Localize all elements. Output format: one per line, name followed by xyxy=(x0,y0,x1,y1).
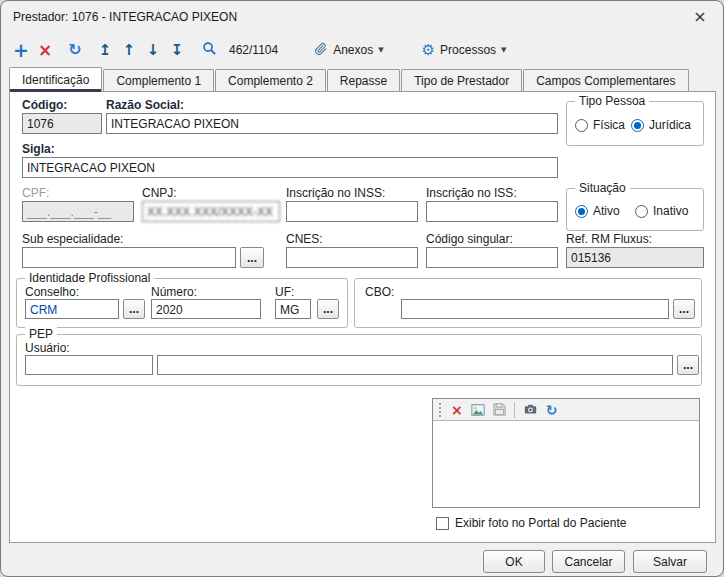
close-icon: × xyxy=(693,9,706,25)
anexos-label: Anexos xyxy=(333,43,373,57)
cbo-field[interactable] xyxy=(401,299,669,319)
search-button[interactable] xyxy=(197,37,221,63)
photo-widget: × ↻ xyxy=(432,398,700,508)
sub-especialidade-field[interactable] xyxy=(22,247,236,268)
radio-juridica-label: Jurídica xyxy=(649,118,691,132)
sub-especialidade-lookup-button[interactable]: ... xyxy=(240,247,264,268)
tab-campos-complementares[interactable]: Campos Complementares xyxy=(523,69,688,91)
codigo-singular-field[interactable] xyxy=(426,247,558,268)
pep-title: PEP xyxy=(25,327,57,341)
prestador-dialog: Prestador: 1076 - INTEGRACAO PIXEON × + … xyxy=(0,0,724,577)
radio-ativo[interactable]: Ativo xyxy=(575,204,620,218)
anexos-dropdown-button[interactable]: Anexos ▼ xyxy=(306,37,391,63)
cbo-label: CBO: xyxy=(365,285,394,299)
toolbar-grip-handle[interactable] xyxy=(439,403,441,417)
chevron-down-icon: ▼ xyxy=(501,46,506,54)
cnes-label: CNES: xyxy=(286,232,323,246)
exibir-foto-checkbox-row[interactable]: Exibir foto no Portal do Paciente xyxy=(436,516,626,530)
window-title: Prestador: 1076 - INTEGRACAO PIXEON xyxy=(1,10,677,24)
numero-field[interactable]: 2020 xyxy=(151,299,261,319)
title-bar: Prestador: 1076 - INTEGRACAO PIXEON × xyxy=(1,1,723,33)
sigla-field[interactable]: INTEGRACAO PIXEON xyxy=(22,157,558,178)
cnes-field[interactable] xyxy=(286,247,418,268)
inscricao-inss-field[interactable] xyxy=(286,201,418,222)
photo-delete-button[interactable]: × xyxy=(451,402,463,418)
situacao-title: Situação xyxy=(575,181,630,195)
last-record-button[interactable]: ↧ xyxy=(165,37,189,63)
chevron-down-icon: ▼ xyxy=(378,46,383,54)
photo-open-button[interactable] xyxy=(471,403,485,417)
radio-inativo[interactable]: Inativo xyxy=(635,204,688,218)
ref-rm-fluxus-field[interactable]: 015136 xyxy=(566,247,704,268)
usuario-name-field[interactable] xyxy=(157,355,673,375)
razao-social-field[interactable]: INTEGRACAO PIXEON xyxy=(106,113,558,134)
identidade-profissional-groupbox: Identidade Profissional Conselho: Número… xyxy=(16,278,348,328)
ref-rm-fluxus-label: Ref. RM Fluxus: xyxy=(566,232,652,246)
delete-record-button[interactable]: × xyxy=(33,37,57,63)
processos-dropdown-button[interactable]: ⚙ Processos ▼ xyxy=(414,37,515,63)
close-button[interactable]: × xyxy=(677,1,723,33)
cbo-lookup-button[interactable]: ... xyxy=(673,299,695,319)
tipo-pessoa-groupbox: Tipo Pessoa Física Jurídica xyxy=(566,101,704,146)
add-record-button[interactable]: + xyxy=(9,37,33,63)
usuario-code-field[interactable] xyxy=(25,355,153,375)
camera-capture-button[interactable] xyxy=(523,403,538,416)
radio-fisica-label: Física xyxy=(593,118,625,132)
search-icon xyxy=(202,41,217,59)
tab-repasse[interactable]: Repasse xyxy=(327,69,400,91)
refresh-button[interactable]: ↻ xyxy=(63,37,87,63)
radio-fisica-circle xyxy=(575,119,588,132)
codigo-singular-label: Código singular: xyxy=(426,232,513,246)
uf-field[interactable]: MG xyxy=(275,299,311,319)
cnpj-field[interactable]: XX.XXX.XXX/XXXX-XX xyxy=(142,201,280,222)
conselho-lookup-button[interactable]: ... xyxy=(123,299,145,319)
save-button[interactable]: Salvar xyxy=(633,550,707,573)
paperclip-icon xyxy=(314,42,328,59)
arrow-last-icon: ↧ xyxy=(171,43,184,58)
uf-label: UF: xyxy=(275,285,294,299)
radio-fisica[interactable]: Física xyxy=(575,118,625,132)
radio-juridica-circle xyxy=(631,119,644,132)
radio-juridica[interactable]: Jurídica xyxy=(631,118,691,132)
tab-strip: Identificação Complemento 1 Complemento … xyxy=(9,67,690,91)
first-record-button[interactable]: ↥ xyxy=(93,37,117,63)
tab-complemento-2[interactable]: Complemento 2 xyxy=(215,69,326,91)
tab-identificacao[interactable]: Identificação xyxy=(9,67,102,92)
processos-label: Processos xyxy=(440,43,496,57)
inscricao-inss-label: Inscrição no INSS: xyxy=(286,186,385,200)
ok-button[interactable]: OK xyxy=(483,550,545,573)
cnpj-label: CNPJ: xyxy=(142,186,177,200)
sub-especialidade-label: Sub especialidade: xyxy=(22,232,123,246)
record-toolbar: + × ↻ ↥ ↑ ↓ ↧ 462/1104 Anexos ▼ ⚙ Proces… xyxy=(1,33,723,67)
radio-inativo-circle xyxy=(635,205,648,218)
arrow-first-icon: ↥ xyxy=(99,43,112,58)
conselho-label: Conselho: xyxy=(25,285,79,299)
exibir-foto-checkbox[interactable] xyxy=(436,517,449,530)
arrow-up-icon: ↑ xyxy=(123,43,136,58)
tab-tipo-de-prestador[interactable]: Tipo de Prestador xyxy=(401,69,522,91)
uf-lookup-button[interactable]: ... xyxy=(317,299,339,319)
conselho-field[interactable]: CRM xyxy=(25,299,119,319)
identificacao-panel: Código: Razão Social: 1076 INTEGRACAO PI… xyxy=(9,91,716,543)
tab-complemento-1[interactable]: Complemento 1 xyxy=(103,69,214,91)
radio-inativo-label: Inativo xyxy=(653,204,688,218)
arrow-down-icon: ↓ xyxy=(147,43,160,58)
razao-social-label: Razão Social: xyxy=(106,98,184,112)
radio-ativo-circle xyxy=(575,205,588,218)
cpf-label: CPF: xyxy=(22,186,49,200)
tipo-pessoa-title: Tipo Pessoa xyxy=(575,94,649,108)
codigo-field[interactable]: 1076 xyxy=(22,113,102,134)
photo-toolbar-separator xyxy=(514,402,515,418)
cpf-field[interactable]: ___.___.___-__ xyxy=(22,201,134,222)
inscricao-iss-field[interactable] xyxy=(426,201,558,222)
photo-toolbar: × ↻ xyxy=(433,399,699,421)
cancel-button[interactable]: Cancelar xyxy=(552,550,625,573)
next-record-button[interactable]: ↓ xyxy=(141,37,165,63)
previous-record-button[interactable]: ↑ xyxy=(117,37,141,63)
photo-rotate-button[interactable]: ↻ xyxy=(546,402,558,418)
plus-icon: + xyxy=(13,41,29,60)
photo-preview-area xyxy=(433,421,699,507)
photo-save-button[interactable] xyxy=(493,403,506,416)
usuario-label: Usuário: xyxy=(25,341,70,355)
usuario-lookup-button[interactable]: ... xyxy=(677,355,699,375)
